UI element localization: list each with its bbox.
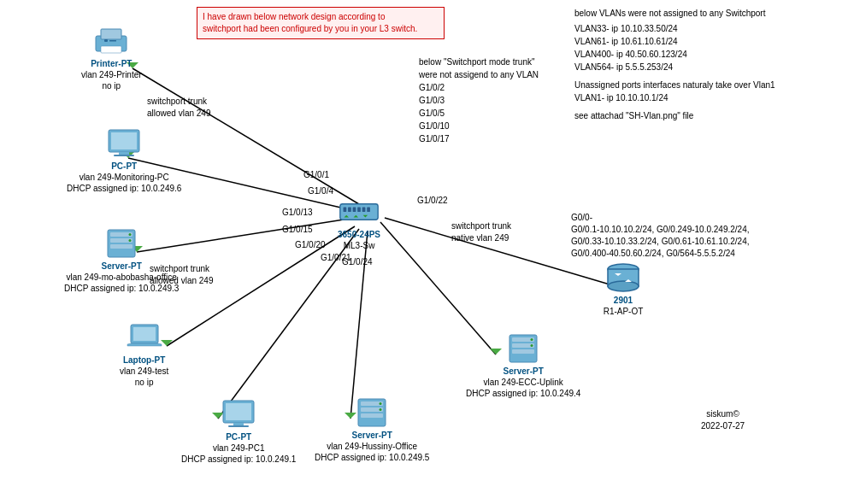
trunk-lower-left: switchport trunk allowed vlan 249: [150, 263, 214, 287]
port-g1-0-4-label: G1/0/4: [308, 185, 333, 197]
svg-rect-29: [110, 244, 133, 249]
port-g1-0-24-label: G1/0/24: [342, 256, 373, 268]
red-notice: I have drawn below network design accord…: [197, 7, 445, 39]
server-hussiny-icon: [351, 396, 392, 430]
svg-rect-18: [101, 29, 121, 39]
router-icon: [603, 261, 644, 295]
svg-point-31: [129, 239, 132, 242]
svg-point-30: [129, 233, 132, 236]
svg-rect-21: [109, 40, 116, 42]
port-g1-0-22-label: G1/0/22: [417, 195, 448, 207]
svg-rect-20: [104, 39, 108, 42]
svg-rect-25: [114, 155, 134, 156]
port-g1-0-20-label: G1/0/20: [295, 239, 326, 251]
svg-rect-35: [226, 403, 251, 420]
vlan-title: below VLANs were not assigned to any Swi…: [574, 7, 848, 20]
laptop-node: Laptop-PT vlan 249-test no ip: [120, 320, 168, 388]
svg-rect-56: [367, 207, 370, 212]
svg-point-48: [531, 338, 533, 341]
pc-pc1-node: PC-PT vlan 249-PC1 DHCP assigned ip: 10.…: [181, 397, 296, 465]
network-diagram: I have drawn below network design accord…: [0, 0, 854, 504]
pc-monitoring-node: PC-PT vlan 249-Monitoring-PC DHCP assign…: [67, 126, 181, 194]
svg-rect-33: [133, 327, 156, 341]
svg-point-62: [608, 281, 639, 291]
router-interfaces: G0/0- G0/0.1-10.10.10.2/24, G0/0.249-10.…: [571, 212, 750, 260]
trunk-upper-left: switchport trunk allowed vlan 249: [147, 96, 211, 120]
svg-rect-36: [233, 423, 244, 425]
vlan-note2: VLAN1- ip 10.10.10.1/24: [574, 91, 848, 104]
pc-pc1-icon: [218, 397, 259, 431]
pc-monitoring-icon: [103, 126, 144, 161]
svg-rect-37: [228, 425, 249, 427]
trunk-right: switchport trunk native vlan 249: [451, 220, 511, 244]
printer-icon: [91, 24, 132, 58]
port-g1-0-1-label: G1/0/1: [303, 169, 329, 181]
port-g1-0-15-label: G1/0/15: [282, 224, 313, 236]
port-g1-0-13-label: G1/0/13: [282, 207, 313, 219]
copyright: siskum© 2022-07-27: [701, 408, 745, 432]
server-ecc-icon: [503, 331, 544, 366]
svg-rect-52: [348, 207, 351, 212]
svg-point-42: [380, 402, 382, 405]
svg-point-43: [380, 408, 382, 411]
svg-rect-23: [111, 132, 137, 149]
svg-rect-19: [101, 46, 121, 53]
router-node: 2901 R1-AP-OT: [603, 261, 644, 317]
vlan-list: VLAN33- ip 10.10.33.50/24 VLAN61- ip 10.…: [574, 22, 848, 73]
server-hussiny-node: Server-PT vlan 249-Hussiny-Office DHCP a…: [315, 396, 429, 463]
switch-icon: [339, 195, 380, 229]
vlan-note3: see attachad "SH-Vlan.png" file: [574, 109, 848, 122]
svg-rect-53: [353, 207, 356, 212]
trunk-unassigned-note: below "Switchport mode trunk" were not a…: [419, 56, 590, 145]
svg-rect-51: [344, 207, 347, 212]
server-ecc-node: Server-PT vlan 249-ECC-Uplink DHCP assig…: [466, 331, 580, 399]
switch-node: 3650-24PS ML3-Sw: [338, 195, 380, 251]
laptop-icon: [124, 320, 165, 355]
info-right-box: below VLANs were not assigned to any Swi…: [574, 7, 848, 122]
svg-rect-54: [357, 207, 361, 212]
svg-rect-55: [362, 207, 366, 212]
svg-rect-24: [119, 152, 129, 155]
vlan-note1: Unassigned ports interfaces naturaly tak…: [574, 79, 848, 91]
printer-node: Printer-PT vlan 249-Printer no ip: [81, 24, 142, 91]
server-abobasha-icon: [101, 226, 142, 261]
svg-point-49: [531, 344, 533, 347]
svg-rect-41: [361, 413, 383, 418]
svg-rect-47: [512, 349, 534, 354]
